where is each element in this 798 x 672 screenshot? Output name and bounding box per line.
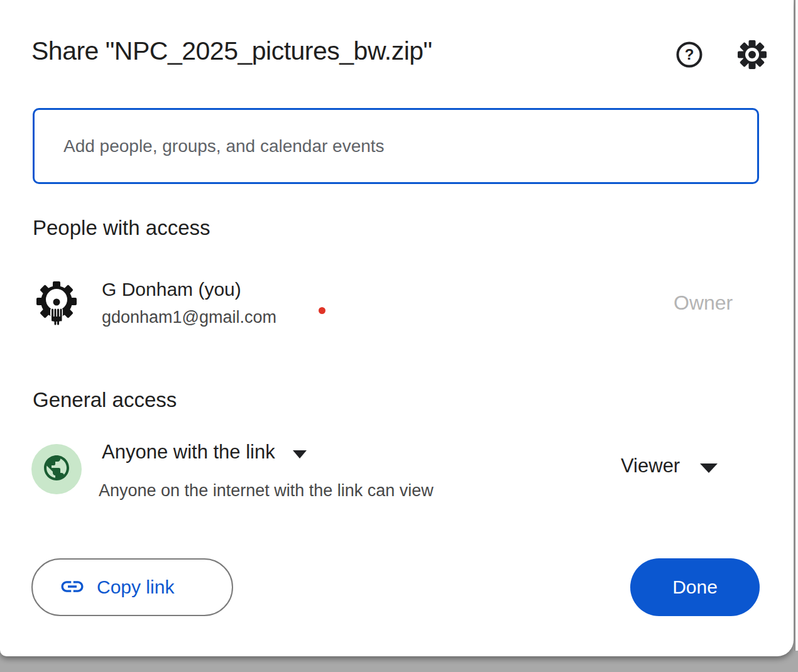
scope-label: Anyone with the link xyxy=(102,441,275,463)
scope-description: Anyone on the internet with the link can… xyxy=(99,481,434,501)
general-access-scope-dropdown[interactable]: Anyone with the link xyxy=(102,441,307,463)
dialog-title: Share "NPC_2025_pictures_bw.zip" xyxy=(31,36,432,66)
copy-link-label: Copy link xyxy=(97,577,174,598)
person-role-label: Owner xyxy=(674,291,733,315)
person-email: gdonham1@gmail.com xyxy=(102,308,276,327)
person-name: G Donham (you) xyxy=(102,279,241,300)
permission-label: Viewer xyxy=(621,455,680,477)
globe-icon xyxy=(41,453,72,485)
permission-dropdown[interactable]: Viewer xyxy=(621,455,718,477)
copy-link-button[interactable]: Copy link xyxy=(31,558,233,616)
chevron-down-icon xyxy=(293,450,307,458)
people-with-access-heading: People with access xyxy=(33,216,210,240)
svg-text:?: ? xyxy=(685,46,694,63)
general-access-scope-badge xyxy=(31,444,82,494)
chevron-down-icon xyxy=(700,463,718,473)
help-icon: ? xyxy=(675,62,704,71)
done-button[interactable]: Done xyxy=(630,558,760,616)
add-people-input[interactable] xyxy=(33,108,759,184)
link-icon xyxy=(59,573,85,602)
share-dialog: Share "NPC_2025_pictures_bw.zip" ? xyxy=(0,0,794,656)
general-access-heading: General access xyxy=(33,388,177,412)
window-right-edge xyxy=(794,0,798,651)
avatar xyxy=(31,278,82,328)
settings-button[interactable] xyxy=(736,39,768,70)
help-button[interactable]: ? xyxy=(675,40,704,69)
red-dot-indicator xyxy=(319,307,325,314)
done-label: Done xyxy=(672,577,718,598)
gear-icon xyxy=(736,63,768,72)
